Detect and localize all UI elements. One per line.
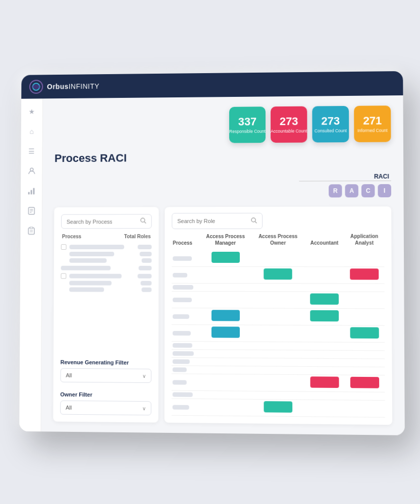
list-item <box>61 265 152 270</box>
role-search-input[interactable] <box>177 217 248 223</box>
table-row <box>172 308 385 325</box>
matrix-cell <box>252 250 304 266</box>
revenue-filter-dropdown[interactable]: All ∨ <box>60 368 151 382</box>
total-roles-sub-skeleton4 <box>141 287 151 292</box>
matrix-cell <box>344 292 384 309</box>
matrix-cell <box>305 400 345 417</box>
matrix-cell <box>304 283 344 291</box>
raci-cell-block <box>212 251 240 262</box>
matrix-cell <box>345 350 385 359</box>
chevron-down-icon-2: ∨ <box>142 405 146 411</box>
sidebar-icon-user[interactable] <box>27 166 37 176</box>
raci-cell-block <box>264 401 293 413</box>
matrix-process-skeleton <box>173 351 194 356</box>
process-skeleton-bar <box>69 245 124 249</box>
owner-filter-dropdown[interactable]: All ∨ <box>60 400 151 415</box>
main-content: 337 Responsible Count 273 Accountable Co… <box>41 95 405 435</box>
svg-point-14 <box>141 218 145 222</box>
matrix-cell <box>252 374 305 391</box>
sidebar-icon-home[interactable]: ⌂ <box>27 126 37 136</box>
raci-matrix-table: Process Access ProcessManager Access Pro… <box>172 229 385 417</box>
matrix-cell <box>252 342 305 350</box>
owner-filter-section: Owner Filter All ∨ <box>60 391 151 415</box>
matrix-cell <box>345 325 385 342</box>
svg-rect-11 <box>30 227 33 229</box>
raci-cell-block <box>350 327 379 339</box>
process-search-box[interactable] <box>61 214 152 229</box>
matrix-process-cell <box>172 266 199 283</box>
raci-cell-block <box>310 310 339 321</box>
matrix-process-cell <box>172 308 199 324</box>
col-process-label: Process <box>62 234 81 239</box>
raci-cell-block <box>264 268 292 279</box>
process-search-input[interactable] <box>67 218 137 224</box>
matrix-col-process: Process <box>172 229 199 250</box>
sidebar-icon-star[interactable]: ★ <box>27 106 37 117</box>
matrix-process-skeleton <box>173 272 187 277</box>
table-row <box>172 324 385 342</box>
matrix-cell <box>345 375 385 392</box>
matrix-col-app-analyst: ApplicationAnalyst <box>344 229 384 250</box>
matrix-cell <box>252 358 305 366</box>
column-headers: Process Total Roles <box>61 234 152 239</box>
raci-cell-block <box>310 376 339 388</box>
process-sub-skeleton2 <box>69 258 107 262</box>
chevron-down-icon: ∨ <box>142 373 146 378</box>
matrix-cell <box>345 391 385 400</box>
owner-filter-label: Owner Filter <box>60 391 151 398</box>
owner-filter-value: All <box>66 404 72 410</box>
matrix-cell <box>252 283 305 291</box>
stat-card-consulted: 273 Consulted Count <box>312 105 349 142</box>
matrix-process-skeleton <box>173 285 193 289</box>
stat-label-accountable: Accountable Count <box>271 128 307 134</box>
matrix-process-cell <box>172 250 199 266</box>
raci-badge-a: A <box>345 184 358 197</box>
matrix-cell <box>199 250 252 266</box>
process-skeleton-bar2 <box>61 265 111 270</box>
stat-card-accountable: 273 Accountable Count <box>271 106 307 142</box>
table-row <box>172 373 385 392</box>
checkbox[interactable] <box>61 244 67 250</box>
svg-rect-4 <box>30 190 32 194</box>
checkbox2[interactable] <box>61 273 66 278</box>
sidebar-icon-doc[interactable] <box>26 206 36 216</box>
svg-line-15 <box>144 221 145 222</box>
orbus-logo-icon <box>29 80 43 94</box>
matrix-cell <box>199 308 252 325</box>
stat-card-informed: 271 Informed Count <box>354 105 391 142</box>
raci-section-label: RACI <box>374 173 389 180</box>
sidebar-icon-chart[interactable] <box>26 186 36 196</box>
process-skeleton-bar3 <box>69 273 122 278</box>
matrix-cell <box>304 250 344 266</box>
matrix-process-cell <box>172 341 199 349</box>
stat-label-consulted: Consulted Count <box>314 128 347 133</box>
total-roles-sub-skeleton3 <box>140 281 151 285</box>
matrix-col-access-owner: Access ProcessOwner <box>252 229 304 250</box>
matrix-cell <box>344 266 384 283</box>
stat-card-responsible: 337 Responsible Count <box>229 106 266 143</box>
matrix-process-skeleton <box>173 359 190 364</box>
sidebar-icon-list[interactable]: ☰ <box>27 146 37 156</box>
matrix-cell <box>252 325 305 342</box>
total-roles-skeleton2 <box>139 265 152 270</box>
raci-cell-block <box>350 376 379 388</box>
matrix-cell <box>199 357 252 366</box>
brand-logo: OrbusINFINITY <box>29 79 99 93</box>
matrix-cell <box>199 291 252 308</box>
sidebar-icon-clipboard[interactable] <box>26 226 36 236</box>
role-search-box[interactable] <box>172 212 262 229</box>
process-sub-skeleton <box>69 252 114 256</box>
raci-badge-r: R <box>329 184 342 197</box>
top-bar: OrbusINFINITY <box>21 71 403 98</box>
matrix-cell <box>199 283 252 291</box>
matrix-process-skeleton <box>173 256 192 260</box>
stat-number-consulted: 273 <box>321 115 340 127</box>
table-row <box>172 349 385 359</box>
matrix-cell <box>345 366 385 375</box>
stat-label-responsible: Responsible Count <box>229 129 266 134</box>
matrix-cell <box>252 266 305 283</box>
stat-number-responsible: 337 <box>238 116 257 128</box>
stat-number-informed: 271 <box>363 115 382 127</box>
matrix-cell <box>199 324 252 342</box>
matrix-process-skeleton <box>173 343 192 348</box>
